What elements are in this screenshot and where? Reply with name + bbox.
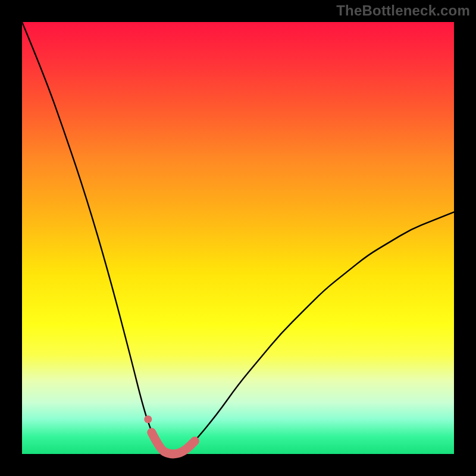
- trough-dot-left: [144, 415, 152, 423]
- watermark-text: TheBottleneck.com: [336, 2, 470, 19]
- curve-svg: [22, 22, 454, 454]
- bottleneck-curve-path: [22, 22, 454, 454]
- trough-overlay-path: [152, 433, 195, 454]
- plot-area: [22, 22, 454, 454]
- chart-frame: TheBottleneck.com: [0, 0, 476, 476]
